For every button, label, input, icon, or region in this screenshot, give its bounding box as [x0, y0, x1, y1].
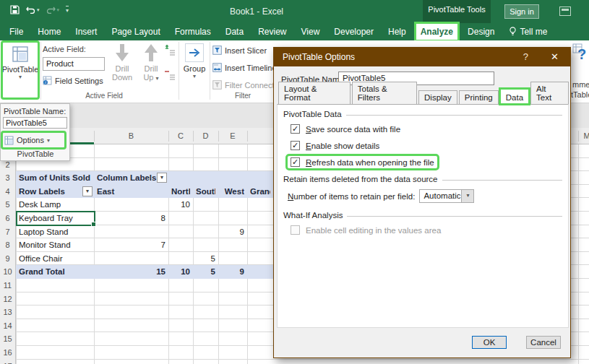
ribbon-display-options-icon[interactable] [559, 6, 571, 16]
ribbon-tab-home[interactable]: Home [33, 23, 66, 40]
ribbon-tab-analyze[interactable]: Analyze [416, 23, 458, 40]
dialog-close-icon[interactable]: ✕ [551, 51, 559, 62]
dialog-tab-printing[interactable]: Printing [459, 90, 499, 104]
row-header-5[interactable]: 5 [0, 200, 15, 209]
pivot-filter-dropdown-icon[interactable]: ▾ [157, 173, 167, 183]
dialog-tab-totals-filters[interactable]: Totals & Filters [352, 82, 417, 104]
grid-cell-A3[interactable]: Sum of Units Sold [19, 171, 91, 185]
grid-cell-B3[interactable]: Column Labels [97, 171, 165, 185]
ribbon-tab-data[interactable]: Data [220, 23, 249, 40]
grid-cell-A10[interactable]: Grand Total [19, 265, 91, 279]
grid-cell-C5[interactable]: 10 [171, 198, 190, 212]
dialog-title-bar[interactable]: PivotTable Options ? ✕ [274, 48, 570, 66]
dialog-tab-alt-text[interactable]: Alt Text [530, 82, 569, 104]
insert-slicer-button[interactable]: Insert Slicer [212, 46, 267, 55]
row-header-7[interactable]: 7 [0, 228, 15, 236]
save-icon[interactable] [10, 5, 20, 14]
column-header-E[interactable]: E [218, 128, 247, 144]
grid-cell-E10[interactable]: 9 [221, 265, 244, 279]
row-header-16[interactable]: 16 [0, 348, 15, 357]
grid-cell-D9[interactable]: 5 [196, 252, 215, 266]
row-header-13[interactable]: 13 [0, 308, 15, 316]
ribbon-tab-formulas[interactable]: Formulas [170, 23, 216, 40]
checkbox[interactable]: ✓ [291, 157, 300, 167]
row-header-4[interactable]: 4 [0, 187, 15, 196]
ribbon-tab-design[interactable]: Design [463, 23, 499, 40]
grid-cell-B8[interactable]: 7 [97, 238, 165, 252]
active-field-input[interactable]: Product [43, 57, 105, 71]
popup-pivottable-name-input[interactable]: PivotTable5 [3, 117, 67, 129]
checkbox-row-save-source-data[interactable]: ✓Save source data with file [288, 123, 403, 135]
row-header-17[interactable]: 17 [0, 362, 15, 364]
dialog-tab-display[interactable]: Display [418, 90, 457, 104]
grid-cell-A7[interactable]: Laptop Stand [19, 225, 91, 239]
checkbox-row-enable-cell-editing[interactable]: Enable cell editing in the values area [288, 224, 444, 236]
checkbox-enable-cell-editing[interactable] [291, 225, 300, 235]
undo-button[interactable]: ▾ [26, 6, 40, 14]
row-header-11[interactable]: 11 [0, 281, 15, 290]
customize-qat-icon[interactable]: ▾ [66, 6, 69, 14]
pivot-help-icon[interactable]: ? [572, 43, 587, 62]
row-header-8[interactable]: 8 [0, 240, 15, 249]
ribbon-tab-view[interactable]: View [296, 23, 325, 40]
pivottable-group-button[interactable]: PivotTable ▾ [3, 43, 38, 98]
grid-cell-B10[interactable]: 15 [97, 265, 165, 279]
column-header-C[interactable]: C [168, 128, 193, 144]
insert-timeline-button[interactable]: Insert Timeline [212, 63, 277, 72]
row-header-6[interactable]: 6 [0, 214, 15, 222]
expand-field-icon[interactable] [165, 45, 176, 56]
sign-in-button[interactable]: Sign in [504, 4, 539, 19]
pivot-filter-dropdown-icon[interactable]: ▾ [82, 186, 93, 196]
grid-cell-B4[interactable]: East [97, 185, 165, 199]
options-button[interactable]: Options ▾ [3, 133, 64, 147]
row-header-15[interactable]: 15 [0, 334, 15, 343]
ribbon-tab-file[interactable]: File [4, 23, 28, 40]
grid-cell-E7[interactable]: 9 [221, 225, 244, 239]
grid-cell-F4[interactable]: Grand [250, 185, 270, 199]
retain-dropdown-arrow-icon[interactable]: ▾ [461, 190, 473, 202]
ribbon-tab-help[interactable]: Help [383, 23, 411, 40]
row-header-14[interactable]: 14 [0, 321, 15, 330]
undo-dropdown-icon[interactable]: ▾ [37, 7, 40, 13]
drill-down-button[interactable]: Drill Down [108, 43, 136, 82]
row-header-12[interactable]: 12 [0, 295, 15, 303]
column-header-B[interactable]: B [94, 128, 168, 144]
collapse-field-icon[interactable] [165, 69, 176, 80]
drill-up-button[interactable]: Drill Up ▾ [137, 43, 165, 82]
dialog-help-icon[interactable]: ? [523, 51, 528, 62]
checkbox[interactable]: ✓ [291, 141, 300, 150]
row-header-10[interactable]: 10 [0, 267, 15, 276]
ribbon-tab-tell-me[interactable]: Tell me [504, 23, 552, 40]
dialog-tab-layout-format[interactable]: Layout & Format [278, 82, 351, 104]
checkbox[interactable]: ✓ [291, 124, 300, 134]
ok-button[interactable]: OK [472, 336, 507, 349]
ribbon-tab-developer[interactable]: Developer [329, 23, 379, 40]
field-settings-button[interactable]: i Field Settings [43, 76, 103, 85]
grid-cell-B6[interactable]: 8 [97, 212, 165, 225]
group-button[interactable]: Group ▾ [181, 43, 207, 79]
cancel-button[interactable]: Cancel [526, 336, 561, 349]
filter-connections-button[interactable]: Filter Connect [212, 80, 274, 90]
redo-dropdown-icon[interactable]: ▾ [57, 7, 60, 13]
grid-cell-C4[interactable]: North [171, 185, 190, 199]
ribbon-tab-page-layout[interactable]: Page Layout [106, 23, 165, 40]
grid-cell-C10[interactable]: 10 [171, 265, 190, 279]
grid-cell-A6[interactable]: Keyboard Tray [19, 212, 91, 225]
checkbox-row-enable-show-details[interactable]: ✓Enable show details [288, 139, 382, 152]
grid-cell-A4[interactable]: Row Labels [19, 185, 91, 199]
dialog-tab-data[interactable]: Data [500, 89, 529, 104]
grid-cell-A5[interactable]: Desk Lamp [19, 198, 91, 212]
row-header-2[interactable]: 2 [0, 160, 15, 169]
grid-cell-D10[interactable]: 5 [196, 265, 215, 279]
grid-cell-D4[interactable]: South [196, 185, 215, 199]
grid-cell-E4[interactable]: West [221, 185, 244, 199]
row-header-3[interactable]: 3 [0, 173, 15, 182]
ribbon-tab-review[interactable]: Review [253, 23, 291, 40]
ribbon-tab-insert[interactable]: Insert [70, 23, 102, 40]
grid-cell-A9[interactable]: Office Chair [19, 252, 91, 266]
column-header-m[interactable]: M [578, 128, 589, 144]
redo-button[interactable]: ▾ [46, 6, 60, 14]
grid-cell-A8[interactable]: Monitor Stand [19, 238, 91, 252]
retain-dropdown[interactable]: Automatic ▾ [419, 189, 474, 203]
checkbox-row-refresh-data-when[interactable]: ✓Refresh data when opening the file [288, 156, 437, 168]
